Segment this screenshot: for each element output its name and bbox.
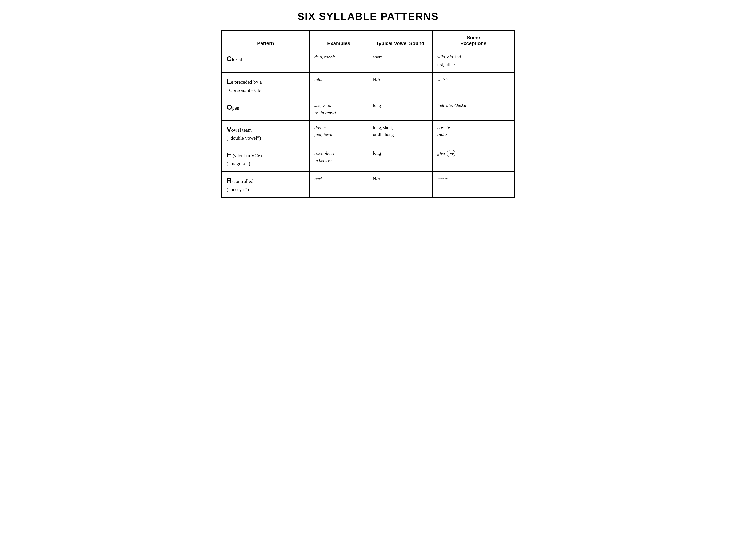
- vowel-cle: N/A: [368, 73, 433, 98]
- syllable-patterns-table: Pattern Examples Typical Vowel Sound Som…: [221, 30, 515, 198]
- header-examples: Examples: [309, 31, 368, 50]
- vowel-silent-e: long: [368, 146, 433, 171]
- table-row: R-controlled(“bossy-r”) bark N/A merry: [222, 172, 514, 198]
- vowel-r-controlled: N/A: [368, 172, 433, 198]
- table-header-row: Pattern Examples Typical Vowel Sound Som…: [222, 31, 514, 50]
- examples-r-controlled: bark: [309, 172, 368, 198]
- pattern-letter: O: [227, 103, 232, 111]
- pattern-r-controlled: R-controlled(“bossy-r”): [222, 172, 309, 198]
- table-row: Open she, veto,re- in report long indica…: [222, 98, 514, 120]
- pattern-letter: V: [227, 125, 231, 133]
- examples-cle: table: [309, 73, 368, 98]
- pattern-letter: E: [227, 151, 231, 159]
- pattern-letter: C: [227, 55, 232, 63]
- exceptions-silent-e: give -ve: [433, 146, 514, 171]
- circled-ve: -ve: [447, 150, 455, 157]
- table-row: Vowel team(“double vowel”) dream,foot, t…: [222, 120, 514, 146]
- header-exceptions: SomeExceptions: [433, 31, 514, 50]
- exceptions-r-controlled: merry: [433, 172, 514, 198]
- pattern-vowel-team: Vowel team(“double vowel”): [222, 120, 309, 146]
- page-title: SIX SYLLABLE PATTERNS: [221, 11, 515, 22]
- vowel-closed: short: [368, 50, 433, 73]
- table-row: E (silent in VCe)(“magic-e”) rake, -have…: [222, 146, 514, 171]
- exceptions-cle: whist-le: [433, 73, 514, 98]
- pattern-closed: Closed: [222, 50, 309, 73]
- pattern-silent-e: E (silent in VCe)(“magic-e”): [222, 146, 309, 171]
- vowel-vowel-team: long, short,or dipthong: [368, 120, 433, 146]
- pattern-open: Open: [222, 98, 309, 120]
- table-row: Le preceded by a Consonant - Cle table N…: [222, 73, 514, 98]
- pattern-letter: R: [227, 177, 232, 185]
- exceptions-closed: wild, old ,ind,ost, olt →: [433, 50, 514, 73]
- vowel-open: long: [368, 98, 433, 120]
- page-container: SIX SYLLABLE PATTERNS Pattern Examples T…: [221, 11, 515, 198]
- examples-silent-e: rake, -havein behave: [309, 146, 368, 171]
- header-pattern: Pattern: [222, 31, 309, 50]
- pattern-cle: Le preceded by a Consonant - Cle: [222, 73, 309, 98]
- pattern-letter: L: [227, 77, 231, 85]
- exceptions-open: indicate, Alaska: [433, 98, 514, 120]
- table-row: Closed drip, rabbit short wild, old ,ind…: [222, 50, 514, 73]
- examples-open: she, veto,re- in report: [309, 98, 368, 120]
- exceptions-vowel-team: cre-ateradio: [433, 120, 514, 146]
- examples-closed: drip, rabbit: [309, 50, 368, 73]
- header-vowel-sound: Typical Vowel Sound: [368, 31, 433, 50]
- examples-vowel-team: dream,foot, town: [309, 120, 368, 146]
